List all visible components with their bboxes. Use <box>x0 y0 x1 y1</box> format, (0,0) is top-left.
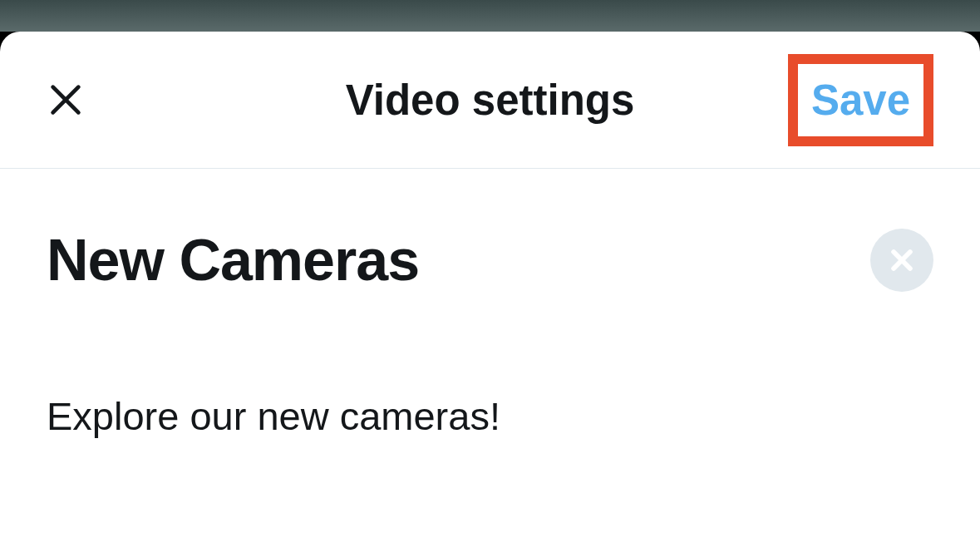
close-icon <box>47 81 85 119</box>
video-description-input[interactable] <box>47 393 933 439</box>
title-row <box>47 227 933 293</box>
sheet-content <box>0 169 980 439</box>
video-title-input[interactable] <box>47 227 756 293</box>
save-highlight: Save <box>788 54 933 146</box>
clear-title-button[interactable] <box>870 229 933 292</box>
sheet-header: Video settings Save <box>0 32 980 169</box>
modal-backdrop <box>0 0 980 32</box>
save-button[interactable]: Save <box>811 79 910 121</box>
x-circle-icon <box>888 246 916 274</box>
close-button[interactable] <box>47 81 85 119</box>
video-settings-sheet: Video settings Save <box>0 32 980 547</box>
sheet-title: Video settings <box>346 76 635 125</box>
